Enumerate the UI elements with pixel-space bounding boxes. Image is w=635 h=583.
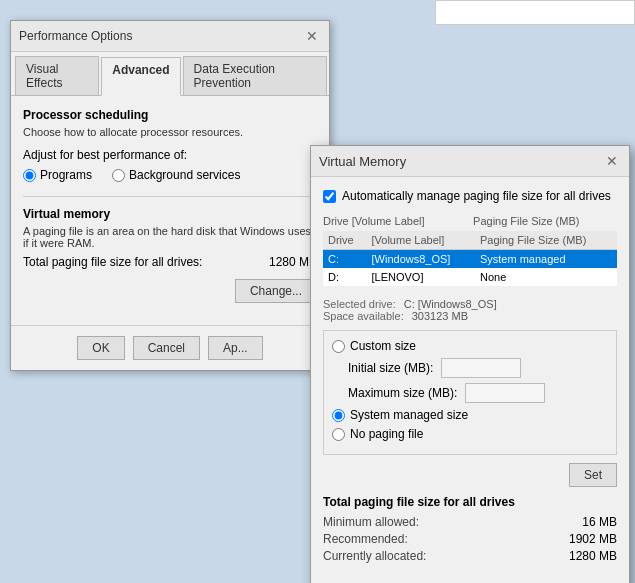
space-available-row: Space available: 303123 MB [323,310,617,322]
programs-radio-item[interactable]: Programs [23,168,92,182]
custom-size-radio[interactable] [332,340,345,353]
paging-size: None [475,268,617,286]
vm-content: Automatically manage paging file size fo… [311,177,629,583]
perf-footer: OK Cancel Ap... [11,325,329,370]
custom-size-radio-row: Custom size [332,339,608,353]
tab-dep[interactable]: Data Execution Prevention [183,56,327,95]
perf-cancel-button[interactable]: Cancel [133,336,200,360]
recommended-label: Recommended: [323,532,408,546]
paging-size: System managed [475,250,617,269]
perf-window-title: Performance Options [19,29,132,43]
system-managed-radio[interactable] [332,409,345,422]
vm-titlebar: Virtual Memory ✕ [311,146,629,177]
col-drive-header: Drive [323,231,367,250]
processor-section-desc: Choose how to allocate processor resourc… [23,126,317,138]
background-radio[interactable] [112,169,125,182]
tab-bar: Visual Effects Advanced Data Execution P… [11,52,329,96]
background-radio-item[interactable]: Background services [112,168,240,182]
system-managed-label: System managed size [350,408,468,422]
drive-table-body: C: [Windows8_OS] System managed D: [LENO… [323,250,617,287]
adjust-label: Adjust for best performance of: [23,148,317,162]
selected-drive-value: C: [Windows8_OS] [404,298,497,310]
recommended-row: Recommended: 1902 MB [323,532,617,546]
no-paging-label: No paging file [350,427,423,441]
set-button[interactable]: Set [569,463,617,487]
auto-manage-row: Automatically manage paging file size fo… [323,189,617,203]
recommended-value: 1902 MB [569,532,617,546]
minimum-value: 16 MB [582,515,617,529]
perf-close-button[interactable]: ✕ [303,27,321,45]
drive-letter: C: [323,250,367,269]
performance-options-window: Performance Options ✕ Visual Effects Adv… [10,20,330,371]
space-available-value: 303123 MB [412,310,468,322]
currently-row: Currently allocated: 1280 MB [323,549,617,563]
selected-drive-row: Selected drive: C: [Windows8_OS] [323,298,617,310]
change-btn-row: Change... [23,279,317,303]
no-paging-radio[interactable] [332,428,345,441]
drive-label: [Windows8_OS] [367,250,475,269]
section-divider [23,196,317,197]
space-available-label: Space available: [323,310,404,322]
custom-size-label: Custom size [350,339,416,353]
col-paging-header: Paging File Size (MB) [475,231,617,250]
tab-visual-effects[interactable]: Visual Effects [15,56,99,95]
table-row[interactable]: D: [LENOVO] None [323,268,617,286]
programs-radio[interactable] [23,169,36,182]
auto-manage-label: Automatically manage paging file size fo… [342,189,611,203]
drive-letter: D: [323,268,367,286]
total-section-title: Total paging file size for all drives [323,495,617,509]
col-label-header: [Volume Label] [367,231,475,250]
processor-section-title: Processor scheduling [23,108,317,122]
initial-size-label: Initial size (MB): [348,361,433,375]
perf-ok-button[interactable]: OK [77,336,124,360]
drive-table-header: Drive [Volume Label] Paging File Size (M… [323,231,617,250]
perf-apply-button[interactable]: Ap... [208,336,263,360]
tab-advanced[interactable]: Advanced [101,57,180,96]
selected-drive-label: Selected drive: [323,298,396,310]
max-size-row: Maximum size (MB): [348,383,608,403]
vm-window-title: Virtual Memory [319,154,406,169]
drive-label: [LENOVO] [367,268,475,286]
drive-table: Drive [Volume Label] Paging File Size (M… [323,231,617,286]
max-size-label: Maximum size (MB): [348,386,457,400]
perf-titlebar: Performance Options ✕ [11,21,329,52]
vm-desc: A paging file is an area on the hard dis… [23,225,317,249]
system-managed-radio-row: System managed size [332,408,608,422]
minimum-label: Minimum allowed: [323,515,419,529]
drive-table-label: Drive [Volume Label] Paging File Size (M… [323,215,617,227]
max-size-input[interactable] [465,383,545,403]
total-section: Total paging file size for all drives Mi… [323,495,617,563]
auto-manage-checkbox[interactable] [323,190,336,203]
vm-total-label: Total paging file size for all drives: [23,255,202,269]
search-box[interactable] [435,0,635,25]
initial-size-input[interactable] [441,358,521,378]
table-row[interactable]: C: [Windows8_OS] System managed [323,250,617,269]
no-paging-radio-row: No paging file [332,427,608,441]
vm-total-row: Total paging file size for all drives: 1… [23,255,317,269]
virtual-memory-window: Virtual Memory ✕ Automatically manage pa… [310,145,630,583]
change-button[interactable]: Change... [235,279,317,303]
vm-close-button[interactable]: ✕ [603,152,621,170]
size-section: Custom size Initial size (MB): Maximum s… [323,330,617,455]
initial-size-row: Initial size (MB): [348,358,608,378]
currently-value: 1280 MB [569,549,617,563]
vm-section-title: Virtual memory [23,207,317,221]
perf-content: Processor scheduling Choose how to alloc… [11,96,329,325]
performance-radio-group: Programs Background services [23,168,317,182]
selected-drive-info: Selected drive: C: [Windows8_OS] Space a… [323,294,617,322]
set-btn-row: Set [323,463,617,487]
minimum-row: Minimum allowed: 16 MB [323,515,617,529]
currently-label: Currently allocated: [323,549,426,563]
